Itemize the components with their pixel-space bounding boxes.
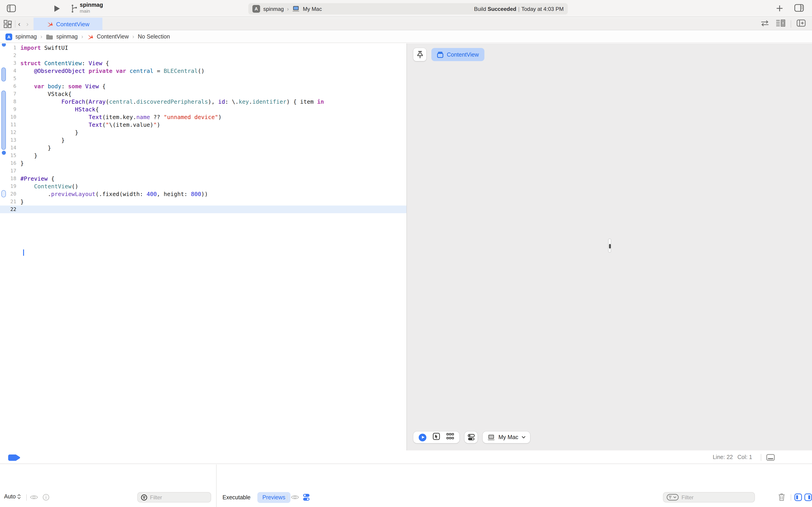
tab-contentview[interactable]: ContentView bbox=[34, 18, 102, 30]
toggle-variables-view-icon[interactable] bbox=[794, 494, 802, 501]
code-token bbox=[20, 83, 34, 90]
code-token: ?? bbox=[150, 114, 164, 120]
code-line[interactable]: 9 HStack{ bbox=[0, 106, 406, 113]
code-token bbox=[20, 98, 61, 105]
code-line[interactable]: 21} bbox=[0, 198, 406, 206]
code-line[interactable]: 4 @ObservedObject private var central = … bbox=[0, 67, 406, 75]
source-editor[interactable]: 1import SwiftUI23struct ContentView: Vie… bbox=[0, 44, 406, 450]
code-line[interactable]: 6 var body: some View { bbox=[0, 82, 406, 90]
line-number[interactable]: 17 bbox=[0, 167, 19, 175]
preview-canvas[interactable]: ContentView My Mac bbox=[406, 44, 812, 450]
variables-filter-field[interactable]: Filter bbox=[137, 492, 211, 502]
code-line[interactable]: 18#Preview { bbox=[0, 175, 406, 182]
code-line[interactable]: 17 bbox=[0, 167, 406, 175]
line-number[interactable]: 2 bbox=[0, 52, 19, 59]
toggle-navigator-icon[interactable] bbox=[7, 5, 16, 14]
add-button[interactable] bbox=[776, 5, 783, 12]
scheme-selector[interactable]: A spinmag › My Mac Build Succeeded|Today… bbox=[248, 3, 568, 14]
activity-status[interactable]: Build Succeeded|Today at 4:03 PM bbox=[474, 6, 564, 12]
minimap-icon[interactable] bbox=[776, 19, 785, 29]
toggle-console-view-icon[interactable] bbox=[804, 494, 812, 501]
code-token: } bbox=[20, 145, 51, 151]
variants-mode-icon[interactable] bbox=[446, 433, 454, 442]
change-marker-dot[interactable] bbox=[2, 151, 6, 155]
code-token: )) bbox=[201, 190, 208, 198]
device-settings-button[interactable] bbox=[464, 432, 477, 443]
toggle-debug-area-icon[interactable] bbox=[766, 454, 775, 463]
console-source-executable[interactable]: Executable bbox=[222, 494, 251, 501]
live-preview-button[interactable] bbox=[419, 434, 426, 441]
toggle-inspector-icon[interactable] bbox=[794, 4, 804, 13]
code-line[interactable]: 3struct ContentView: View { bbox=[0, 59, 406, 67]
console-source-previews[interactable]: Previews bbox=[257, 492, 290, 503]
variables-scope-picker[interactable]: Auto bbox=[4, 494, 20, 500]
breadcrumb-separator: › bbox=[41, 34, 42, 40]
code-line[interactable]: 13 } bbox=[0, 136, 406, 144]
breadcrumb-file[interactable]: ContentView bbox=[97, 34, 129, 40]
code-line[interactable]: 14 } bbox=[0, 144, 406, 152]
swap-editor-icon[interactable] bbox=[760, 20, 769, 28]
line-number[interactable]: 21 bbox=[0, 198, 19, 206]
breadcrumb-selection[interactable]: No Selection bbox=[138, 34, 170, 40]
code-line[interactable]: 10 Text(item.key.name ?? "unnamed device… bbox=[0, 113, 406, 121]
code-token: @ObservedObject bbox=[34, 67, 85, 74]
code-line[interactable]: 12 } bbox=[0, 128, 406, 136]
preview-destination-picker[interactable]: My Mac bbox=[483, 432, 530, 443]
xcode-window: spinmag main A spinmag › My Mac Build Su… bbox=[0, 0, 812, 507]
go-back-button[interactable]: ‹ bbox=[18, 20, 20, 28]
code-token bbox=[112, 67, 116, 74]
code-token: key bbox=[239, 98, 249, 105]
line-number[interactable]: 19 bbox=[0, 182, 19, 190]
project-title: spinmag bbox=[80, 2, 103, 8]
line-number[interactable]: 6 bbox=[0, 82, 19, 90]
code-line[interactable]: 19 ContentView() bbox=[0, 182, 406, 190]
change-marker-bar[interactable] bbox=[1, 67, 6, 81]
change-marker-bar-hollow[interactable] bbox=[1, 190, 6, 198]
selectable-mode-icon[interactable] bbox=[433, 433, 440, 442]
console-eye-icon[interactable] bbox=[291, 494, 299, 500]
code-line[interactable]: 11 Text("\(item.value)") bbox=[0, 121, 406, 128]
code-line[interactable]: 5 bbox=[0, 75, 406, 82]
code-line[interactable]: 16} bbox=[0, 159, 406, 167]
preview-tab-pill[interactable]: ContentView bbox=[432, 48, 484, 61]
line-number[interactable]: 18 bbox=[0, 175, 19, 182]
code-token: #Preview bbox=[20, 175, 48, 182]
pin-preview-button[interactable] bbox=[413, 48, 426, 61]
code-line[interactable]: 20 .previewLayout(.fixed(width: 400, hei… bbox=[0, 190, 406, 198]
code-token bbox=[20, 67, 34, 74]
run-button[interactable] bbox=[54, 5, 60, 12]
code-token: Array bbox=[89, 98, 106, 105]
code-line[interactable]: 8 ForEach(Array(central.discoveredPeriph… bbox=[0, 98, 406, 106]
change-marker-bar[interactable] bbox=[1, 91, 6, 150]
variables-scope-label: Auto bbox=[4, 494, 16, 500]
console-filter-field[interactable]: Filter bbox=[663, 492, 755, 502]
add-editor-icon[interactable] bbox=[797, 19, 806, 29]
related-items-icon[interactable] bbox=[4, 20, 12, 30]
code-token: id bbox=[218, 98, 225, 105]
info-icon[interactable] bbox=[43, 494, 49, 501]
tab-bar: ‹ › ContentView bbox=[0, 18, 812, 30]
breadcrumb-project[interactable]: spinmag bbox=[15, 34, 37, 40]
canvas-scrollbar[interactable] bbox=[608, 238, 611, 252]
code-token: central bbox=[109, 98, 133, 105]
code-line[interactable]: 15 } bbox=[0, 152, 406, 159]
show-values-eye-icon[interactable] bbox=[30, 494, 38, 500]
destination-name[interactable]: My Mac bbox=[303, 6, 322, 12]
console-settings-toggles-icon[interactable] bbox=[303, 494, 310, 501]
clear-console-trash-icon[interactable] bbox=[778, 493, 785, 501]
line-number[interactable]: 22 bbox=[0, 206, 19, 213]
canvas-scrollbar-thumb[interactable] bbox=[609, 244, 611, 248]
code-line[interactable]: 1import SwiftUI bbox=[0, 44, 406, 52]
breakpoint-marker[interactable] bbox=[8, 454, 20, 463]
code-text: var body: some View { bbox=[19, 82, 106, 90]
go-forward-button[interactable]: › bbox=[26, 20, 29, 28]
code-line[interactable]: 7 VStack{ bbox=[0, 90, 406, 98]
line-number[interactable]: 3 bbox=[0, 59, 19, 67]
code-text: Text("\(item.value)") bbox=[19, 121, 160, 128]
breadcrumb-group[interactable]: spinmag bbox=[56, 34, 78, 40]
scheme-name[interactable]: spinmag bbox=[263, 6, 284, 12]
line-number[interactable]: 16 bbox=[0, 159, 19, 167]
code-line[interactable]: 22 bbox=[0, 206, 406, 213]
code-line[interactable]: 2 bbox=[0, 52, 406, 59]
code-token: } bbox=[20, 129, 79, 136]
